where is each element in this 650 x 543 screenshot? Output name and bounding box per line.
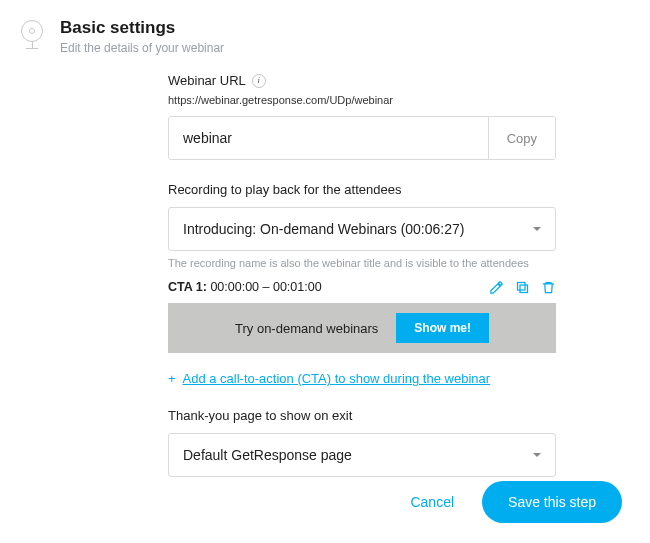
svg-rect-0 — [520, 285, 528, 293]
edit-icon[interactable] — [488, 279, 504, 295]
svg-rect-1 — [517, 282, 525, 290]
chevron-down-icon — [533, 453, 541, 457]
webcam-icon — [18, 20, 46, 54]
webinar-url-value: https://webinar.getresponse.com/UDp/webi… — [168, 94, 556, 106]
recording-select[interactable]: Introducing: On-demand Webinars (00:06:2… — [168, 207, 556, 251]
delete-icon[interactable] — [540, 279, 556, 295]
webinar-slug-input[interactable] — [169, 117, 488, 159]
info-icon[interactable]: i — [252, 74, 266, 88]
show-me-button[interactable]: Show me! — [396, 313, 489, 343]
recording-selected-value: Introducing: On-demand Webinars (00:06:2… — [183, 221, 464, 237]
duplicate-icon[interactable] — [514, 279, 530, 295]
cancel-button[interactable]: Cancel — [410, 494, 454, 510]
chevron-down-icon — [533, 227, 541, 231]
page-subtitle: Edit the details of your webinar — [60, 41, 224, 55]
cta-time-range: CTA 1: 00:00:00 – 00:01:00 — [168, 280, 322, 294]
plus-icon: + — [168, 371, 176, 386]
cta-preview-bar: Try on-demand webinars Show me! — [168, 303, 556, 353]
webinar-url-label: Webinar URL — [168, 73, 246, 88]
cta-bar-text: Try on-demand webinars — [235, 321, 378, 336]
thank-you-label: Thank-you page to show on exit — [168, 408, 556, 423]
copy-button[interactable]: Copy — [488, 117, 555, 159]
page-title: Basic settings — [60, 18, 224, 38]
recording-label: Recording to play back for the attendees — [168, 182, 556, 197]
recording-hint: The recording name is also the webinar t… — [168, 257, 556, 269]
thank-you-selected-value: Default GetResponse page — [183, 447, 352, 463]
thank-you-select[interactable]: Default GetResponse page — [168, 433, 556, 477]
add-cta-link[interactable]: Add a call-to-action (CTA) to show durin… — [183, 371, 491, 386]
save-button[interactable]: Save this step — [482, 481, 622, 523]
